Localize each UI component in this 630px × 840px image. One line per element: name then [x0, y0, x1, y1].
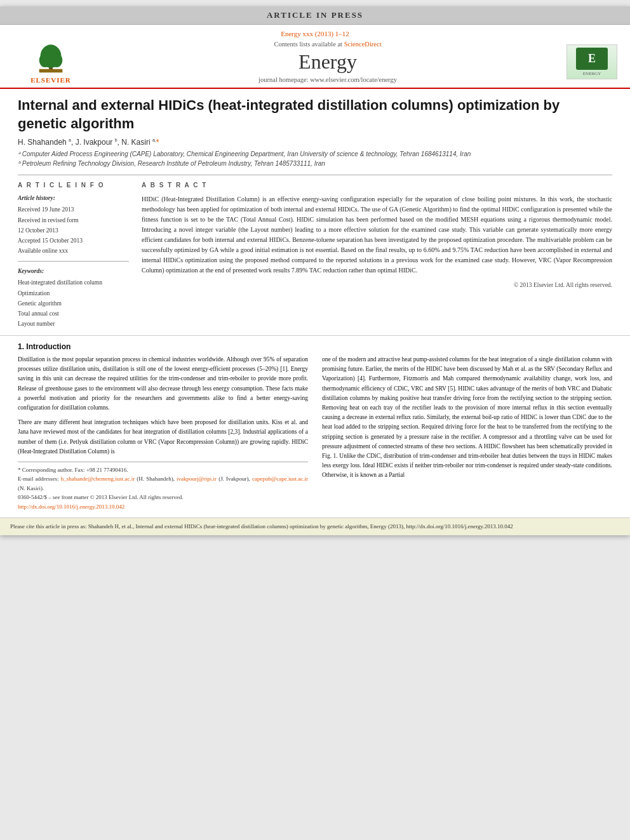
keyword-4: Total annual cost	[18, 309, 129, 319]
article-info-col: A R T I C L E I N F O Article history: R…	[18, 180, 129, 329]
journal-logo-right: E ENERGY	[566, 44, 617, 79]
journal-name-heading: Energy	[102, 50, 554, 74]
journal-header: Energy xxx (2013) 1–12 ELSEVIER C	[0, 25, 630, 89]
date-table: Received 19 June 2013 Received in revise…	[18, 204, 129, 256]
citation-text: Please cite this article in press as: Sh…	[10, 523, 513, 530]
body-para-1: Distillation is the most popular separat…	[18, 355, 308, 413]
affiliation-a: ᵃ Computer Aided Process Engineering (CA…	[18, 149, 612, 159]
date-accepted: Accepted 15 October 2013	[18, 236, 129, 246]
copyright-line: © 2013 Elsevier Ltd. All rights reserved…	[142, 281, 612, 290]
energy-logo-text: ENERGY	[583, 71, 601, 76]
keyword-1: Heat-integrated distillation column	[18, 277, 129, 288]
citation-footer: Please cite this article in press as: Sh…	[0, 517, 630, 536]
emails-label: E-mail addresses:	[18, 476, 59, 482]
journal-top: ELSEVIER Contents lists available at Sci…	[13, 40, 617, 88]
keyword-5: Layout number	[18, 319, 129, 329]
journal-ref-line: Energy xxx (2013) 1–12	[13, 30, 617, 37]
footnote-emails: E-mail addresses: h_shahande@chemeng.ius…	[18, 474, 308, 493]
date-received: Received 19 June 2013	[18, 204, 129, 215]
elsevier-brand: ELSEVIER	[30, 76, 71, 84]
date-revised-label: Received in revised form	[18, 215, 129, 225]
journal-homepage: journal homepage: www.elsevier.com/locat…	[102, 76, 554, 83]
svg-rect-4	[39, 69, 63, 73]
banner-text: ARTICLE IN PRESS	[267, 10, 363, 20]
section1-title: Introduction	[26, 342, 70, 351]
abstract-title: A B S T R A C T	[142, 180, 612, 190]
sciencedirect-link[interactable]: ScienceDirect	[344, 41, 382, 48]
article-info-title: A R T I C L E I N F O	[18, 180, 129, 190]
article-title: Internal and external HIDiCs (heat-integ…	[18, 97, 612, 133]
authors-line: H. Shahandeh a, J. Ivakpour b, N. Kasiri…	[18, 138, 612, 147]
authors-text: H. Shahandeh a, J. Ivakpour b, N. Kasiri…	[18, 138, 159, 147]
doi-link[interactable]: http://dx.doi.org/10.1016/j.energy.2013.…	[18, 503, 124, 510]
email2-link[interactable]: ivakpourj@ripi.ir	[177, 476, 217, 482]
email2-name: (J. Ivakpour),	[218, 476, 250, 482]
svg-point-3	[51, 53, 62, 67]
date-revised2: 12 October 2013	[18, 225, 129, 236]
energy-logo-inner: E	[576, 48, 608, 70]
body-right-col: one of the modern and attractive heat pu…	[322, 355, 612, 511]
affiliations: ᵃ Computer Aided Process Engineering (CA…	[18, 149, 612, 168]
footnote-star: * Corresponding author. Fax: +98 21 7749…	[18, 465, 308, 474]
body-para-right-1: one of the modern and attractive heat pu…	[322, 355, 612, 480]
keyword-3: Genetic algorithm	[18, 298, 129, 309]
section1-number: 1.	[18, 342, 24, 351]
email1-link[interactable]: h_shahande@chemeng.iust.ac.ir	[61, 476, 135, 482]
body-para-2: There are many different heat integratio…	[18, 418, 308, 457]
keyword-2: Optimization	[18, 288, 129, 298]
contents-line: Contents lists available at ScienceDirec…	[102, 41, 554, 48]
abstract-col: A B S T R A C T HIDiC (Heat-Integrated D…	[142, 180, 612, 329]
keywords-list: Heat-integrated distillation column Opti…	[18, 277, 129, 329]
email3-link[interactable]: capepub@cape.iust.ac.ir	[252, 476, 308, 482]
body-left-col: Distillation is the most popular separat…	[18, 355, 308, 511]
divider-1	[18, 175, 612, 175]
journal-ref: Energy xxx (2013) 1–12	[281, 30, 349, 37]
body-two-col: Distillation is the most popular separat…	[18, 355, 612, 511]
keywords-title: Keywords:	[18, 267, 129, 276]
history-title: Article history:	[18, 194, 129, 203]
article-content: Internal and external HIDiCs (heat-integ…	[0, 89, 630, 335]
affiliation-b: ᵇ Petroleum Refining Technology Division…	[18, 159, 612, 168]
journal-center: Contents lists available at ScienceDirec…	[89, 41, 566, 83]
email3-name: (N. Kasiri).	[18, 485, 44, 491]
abstract-text: HIDiC (Heat-Integrated Distillation Colu…	[142, 194, 612, 276]
svg-point-2	[39, 53, 51, 67]
contents-label: Contents lists available at	[274, 41, 344, 48]
doi-line: http://dx.doi.org/10.1016/j.energy.2013.…	[18, 502, 308, 511]
footnote-area: * Corresponding author. Fax: +98 21 7749…	[18, 462, 308, 511]
email1-name: (H. Shahandeh),	[137, 476, 175, 482]
elsevier-tree-icon	[32, 40, 70, 75]
issn-line: 0360-5442/$ – see front matter © 2013 El…	[18, 493, 308, 502]
elsevier-logo: ELSEVIER	[13, 40, 89, 84]
divider-kw	[18, 261, 129, 262]
article-info-abstract: A R T I C L E I N F O Article history: R…	[18, 180, 612, 329]
section1-heading: 1. Introduction	[18, 342, 612, 351]
page: ARTICLE IN PRESS Energy xxx (2013) 1–12 …	[0, 6, 630, 535]
date-online: Available online xxx	[18, 246, 129, 256]
body-section: 1. Introduction Distillation is the most…	[0, 336, 630, 517]
article-in-press-banner: ARTICLE IN PRESS	[0, 6, 630, 25]
